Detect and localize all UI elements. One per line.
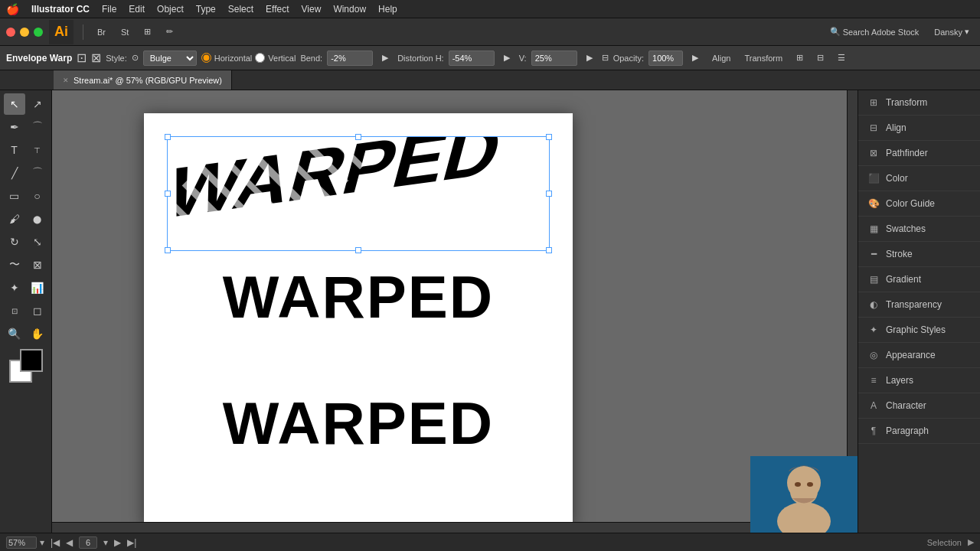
- menu-window[interactable]: Window: [333, 4, 366, 15]
- ellipse-tool[interactable]: ○: [27, 185, 48, 207]
- minimize-button[interactable]: [20, 28, 29, 37]
- next-page-button[interactable]: ▶: [114, 537, 121, 548]
- close-button[interactable]: [6, 28, 15, 37]
- search-stock-button[interactable]: 🔍 Search Adobe Stock: [825, 23, 924, 41]
- menu-select[interactable]: Select: [228, 4, 253, 15]
- page-dropdown[interactable]: ▾: [103, 537, 108, 548]
- distortion-v-expand[interactable]: ▶: [582, 49, 597, 67]
- warped-text-container[interactable]: WARPED: [167, 136, 550, 251]
- paintbrush-button[interactable]: ✏: [162, 23, 178, 41]
- distortion-v-input[interactable]: [531, 51, 577, 66]
- style-dropdown[interactable]: Bulge: [143, 51, 197, 66]
- distortion-h-input[interactable]: [449, 51, 495, 66]
- panel-item-color-guide[interactable]: 🎨Color Guide: [858, 191, 980, 217]
- last-page-button[interactable]: ▶|: [127, 537, 136, 548]
- opacity-expand[interactable]: ▶: [688, 49, 703, 67]
- stock-button[interactable]: St: [116, 23, 133, 41]
- panel-item-paragraph[interactable]: ¶Paragraph: [858, 419, 980, 444]
- menu-edit[interactable]: Edit: [129, 4, 145, 15]
- panel-item-character[interactable]: ACharacter: [858, 393, 980, 419]
- panel-item-transparency[interactable]: ◐Transparency: [858, 292, 980, 318]
- panel-label-4: Color Guide: [886, 198, 971, 209]
- transform-button[interactable]: Transform: [740, 49, 787, 67]
- free-transform-tool[interactable]: ⊠: [27, 254, 48, 276]
- panel-item-color[interactable]: ⬛Color: [858, 166, 980, 191]
- handle-tr[interactable]: [546, 134, 552, 140]
- handle-br[interactable]: [546, 247, 552, 253]
- handle-bl[interactable]: [165, 247, 171, 253]
- panel-item-gradient[interactable]: ▤Gradient: [858, 267, 980, 292]
- panel-item-align[interactable]: ⊟Align: [858, 116, 980, 141]
- direct-selection-tool[interactable]: ↗: [27, 93, 48, 115]
- horizontal-radio[interactable]: [201, 53, 211, 63]
- main-toolbar: Ai Br St ⊞ ✏ 🔍 Search Adobe Stock Dansky…: [0, 18, 980, 46]
- panel-item-graphic-styles[interactable]: ✦Graphic Styles: [858, 318, 980, 343]
- bend-expand[interactable]: ▶: [377, 49, 393, 67]
- warp-options-button[interactable]: ⊞: [792, 49, 808, 67]
- zoom-tools: 🔍 ✋: [4, 323, 48, 344]
- zoom-tool[interactable]: 🔍: [4, 323, 25, 344]
- warp-tool[interactable]: 〜: [4, 254, 25, 276]
- horizontal-scrollbar[interactable]: [52, 522, 847, 533]
- eraser-tool[interactable]: ◻: [27, 300, 48, 321]
- prev-page-button[interactable]: ◀: [66, 537, 73, 548]
- rectangle-tool[interactable]: ▭: [4, 185, 25, 207]
- scale-tool[interactable]: ⤡: [27, 231, 48, 253]
- hand-tool[interactable]: ✋: [27, 323, 48, 344]
- distortion-h-expand[interactable]: ▶: [499, 49, 514, 67]
- app-name[interactable]: Illustrator CC: [31, 4, 90, 15]
- panel-toggle[interactable]: ⊟: [812, 49, 828, 67]
- curvature-tool[interactable]: ⌒: [27, 116, 48, 138]
- menu-type[interactable]: Type: [196, 4, 216, 15]
- transform-tools: ↻ ⤡: [4, 231, 48, 253]
- menu-help[interactable]: Help: [378, 4, 397, 15]
- canvas-area[interactable]: WARPED WARPED: [52, 90, 858, 533]
- libraries-button[interactable]: ⊞: [139, 23, 155, 41]
- stroke-icon: ━: [867, 248, 880, 260]
- blob-brush-tool[interactable]: ⬤: [27, 208, 48, 230]
- handle-tl[interactable]: [165, 134, 171, 140]
- column-graph-tool[interactable]: 📊: [27, 277, 48, 298]
- vertical-radio[interactable]: [255, 53, 265, 63]
- first-page-button[interactable]: |◀: [51, 537, 60, 548]
- maximize-button[interactable]: [34, 28, 43, 37]
- rotate-tool[interactable]: ↻: [4, 231, 25, 253]
- line-segment-tool[interactable]: ╱: [4, 162, 25, 184]
- foreground-color-box[interactable]: [20, 349, 43, 372]
- panel-item-transform[interactable]: ⊞Transform: [858, 90, 980, 116]
- arc-tool[interactable]: ⌒: [27, 162, 48, 184]
- apple-menu[interactable]: 🍎: [6, 3, 19, 15]
- color-boxes[interactable]: [9, 349, 43, 383]
- handle-ml[interactable]: [165, 191, 171, 197]
- panel-item-appearance[interactable]: ◎Appearance: [858, 343, 980, 368]
- bend-input[interactable]: -2%: [327, 51, 373, 66]
- handle-mr[interactable]: [546, 191, 552, 197]
- menu-object[interactable]: Object: [157, 4, 184, 15]
- menu-effect[interactable]: Effect: [266, 4, 289, 15]
- panel-item-swatches[interactable]: ▦Swatches: [858, 217, 980, 242]
- user-button[interactable]: Dansky ▾: [929, 23, 974, 41]
- panel-item-pathfinder[interactable]: ⊠Pathfinder: [858, 141, 980, 166]
- menu-file[interactable]: File: [102, 4, 116, 15]
- slice-tool[interactable]: ⊡: [4, 300, 25, 321]
- handle-tm[interactable]: [355, 134, 361, 140]
- menu-view[interactable]: View: [302, 4, 322, 15]
- selection-tool[interactable]: ↖: [4, 93, 25, 115]
- handle-bm[interactable]: [355, 247, 361, 253]
- zoom-dropdown[interactable]: ▾: [40, 537, 44, 548]
- paintbrush-tool[interactable]: 🖌: [4, 208, 25, 230]
- pen-tool[interactable]: ✒: [4, 116, 25, 138]
- opacity-input[interactable]: [648, 51, 683, 66]
- touch-type-tool[interactable]: ⊤: [27, 139, 48, 161]
- tab-stream-ai[interactable]: ✕ Stream.ai* @ 57% (RGB/GPU Preview): [54, 70, 232, 90]
- more-options[interactable]: ☰: [833, 49, 850, 67]
- align-button[interactable]: Align: [707, 49, 735, 67]
- symbol-sprayer-tool[interactable]: ✦: [4, 277, 25, 298]
- bridge-button[interactable]: Br: [93, 23, 110, 41]
- tab-close-icon[interactable]: ✕: [63, 77, 69, 84]
- type-tool[interactable]: T: [4, 139, 25, 161]
- panel-item-stroke[interactable]: ━Stroke: [858, 242, 980, 267]
- page-input[interactable]: [79, 536, 97, 549]
- zoom-input[interactable]: [6, 536, 37, 549]
- panel-item-layers[interactable]: ≡Layers: [858, 368, 980, 393]
